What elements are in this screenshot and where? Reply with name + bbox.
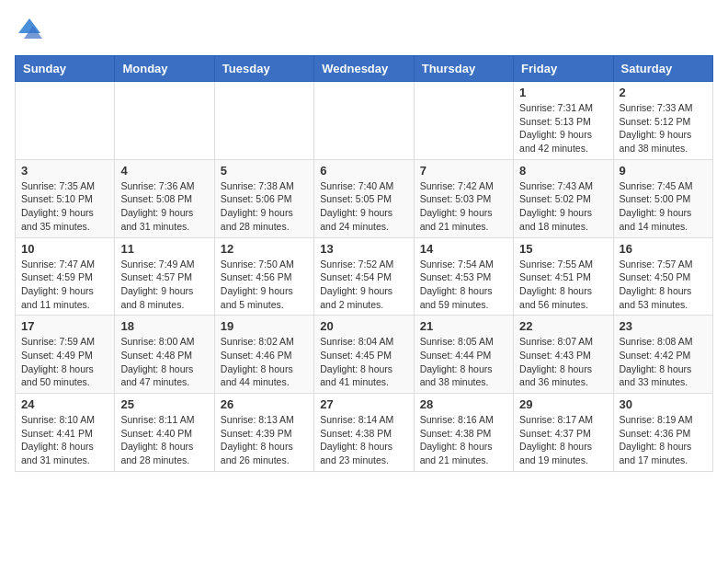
day-info: Sunrise: 7:47 AM Sunset: 4:59 PM Dayligh… xyxy=(21,258,108,312)
calendar-cell: 13Sunrise: 7:52 AM Sunset: 4:54 PM Dayli… xyxy=(314,237,414,316)
calendar-table: SundayMondayTuesdayWednesdayThursdayFrid… xyxy=(15,55,713,472)
day-info: Sunrise: 7:31 AM Sunset: 5:13 PM Dayligh… xyxy=(519,101,607,155)
day-number: 3 xyxy=(21,164,108,178)
weekday-header-tuesday: Tuesday xyxy=(214,56,313,82)
day-info: Sunrise: 7:57 AM Sunset: 4:50 PM Dayligh… xyxy=(620,258,707,312)
weekday-header-friday: Friday xyxy=(514,56,613,82)
calendar-cell: 30Sunrise: 8:19 AM Sunset: 4:36 PM Dayli… xyxy=(613,394,712,472)
day-info: Sunrise: 7:55 AM Sunset: 4:51 PM Dayligh… xyxy=(519,258,607,312)
calendar-week-4: 17Sunrise: 7:59 AM Sunset: 4:49 PM Dayli… xyxy=(16,316,713,394)
svg-marker-0 xyxy=(18,18,40,33)
day-info: Sunrise: 8:07 AM Sunset: 4:43 PM Dayligh… xyxy=(519,335,607,389)
calendar-cell xyxy=(414,82,513,160)
day-info: Sunrise: 8:11 AM Sunset: 4:40 PM Dayligh… xyxy=(120,413,208,467)
weekday-header-wednesday: Wednesday xyxy=(314,56,414,82)
calendar-cell: 26Sunrise: 8:13 AM Sunset: 4:39 PM Dayli… xyxy=(214,394,313,472)
calendar-header: SundayMondayTuesdayWednesdayThursdayFrid… xyxy=(16,56,713,82)
calendar-week-3: 10Sunrise: 7:47 AM Sunset: 4:59 PM Dayli… xyxy=(16,237,713,316)
calendar-cell: 17Sunrise: 7:59 AM Sunset: 4:49 PM Dayli… xyxy=(16,316,115,394)
day-number: 10 xyxy=(21,242,108,256)
day-number: 16 xyxy=(620,242,707,256)
day-number: 27 xyxy=(320,397,407,411)
calendar-cell: 11Sunrise: 7:49 AM Sunset: 4:57 PM Dayli… xyxy=(115,237,214,316)
day-info: Sunrise: 7:52 AM Sunset: 4:54 PM Dayligh… xyxy=(320,258,407,312)
day-number: 28 xyxy=(420,397,507,411)
calendar-cell: 5Sunrise: 7:38 AM Sunset: 5:06 PM Daylig… xyxy=(214,159,313,237)
day-info: Sunrise: 8:16 AM Sunset: 4:38 PM Dayligh… xyxy=(420,413,507,467)
day-number: 14 xyxy=(420,242,507,256)
day-info: Sunrise: 8:04 AM Sunset: 4:45 PM Dayligh… xyxy=(320,335,407,389)
page-header xyxy=(15,15,713,44)
day-number: 26 xyxy=(221,397,308,411)
day-info: Sunrise: 7:40 AM Sunset: 5:05 PM Dayligh… xyxy=(320,179,407,234)
day-number: 21 xyxy=(420,319,507,333)
day-number: 25 xyxy=(120,397,208,411)
day-number: 15 xyxy=(519,242,607,256)
calendar-cell: 1Sunrise: 7:31 AM Sunset: 5:13 PM Daylig… xyxy=(514,82,613,160)
logo-icon xyxy=(15,15,44,44)
calendar-cell: 21Sunrise: 8:05 AM Sunset: 4:44 PM Dayli… xyxy=(414,316,513,394)
day-number: 13 xyxy=(320,242,407,256)
calendar-cell: 9Sunrise: 7:45 AM Sunset: 5:00 PM Daylig… xyxy=(613,159,712,237)
day-number: 11 xyxy=(120,242,208,256)
day-number: 29 xyxy=(519,397,607,411)
day-info: Sunrise: 8:00 AM Sunset: 4:48 PM Dayligh… xyxy=(120,335,208,389)
calendar-week-1: 1Sunrise: 7:31 AM Sunset: 5:13 PM Daylig… xyxy=(16,82,713,160)
day-info: Sunrise: 7:49 AM Sunset: 4:57 PM Dayligh… xyxy=(120,258,208,312)
day-info: Sunrise: 8:08 AM Sunset: 4:42 PM Dayligh… xyxy=(620,335,707,389)
calendar-week-2: 3Sunrise: 7:35 AM Sunset: 5:10 PM Daylig… xyxy=(16,159,713,237)
day-number: 7 xyxy=(420,164,507,178)
day-info: Sunrise: 8:10 AM Sunset: 4:41 PM Dayligh… xyxy=(21,413,108,467)
weekday-header-sunday: Sunday xyxy=(16,56,115,82)
calendar-cell: 4Sunrise: 7:36 AM Sunset: 5:08 PM Daylig… xyxy=(115,159,214,237)
day-number: 19 xyxy=(221,319,308,333)
day-number: 30 xyxy=(620,397,707,411)
calendar-cell: 7Sunrise: 7:42 AM Sunset: 5:03 PM Daylig… xyxy=(414,159,513,237)
calendar-cell: 28Sunrise: 8:16 AM Sunset: 4:38 PM Dayli… xyxy=(414,394,513,472)
calendar-cell: 25Sunrise: 8:11 AM Sunset: 4:40 PM Dayli… xyxy=(115,394,214,472)
day-info: Sunrise: 7:50 AM Sunset: 4:56 PM Dayligh… xyxy=(221,258,308,312)
day-info: Sunrise: 7:35 AM Sunset: 5:10 PM Dayligh… xyxy=(21,179,108,234)
day-number: 22 xyxy=(519,319,607,333)
day-number: 4 xyxy=(120,164,208,178)
day-info: Sunrise: 7:43 AM Sunset: 5:02 PM Dayligh… xyxy=(519,179,607,234)
day-info: Sunrise: 8:02 AM Sunset: 4:46 PM Dayligh… xyxy=(221,335,308,389)
day-info: Sunrise: 7:33 AM Sunset: 5:12 PM Dayligh… xyxy=(620,101,707,155)
day-number: 18 xyxy=(120,319,208,333)
day-number: 12 xyxy=(221,242,308,256)
day-number: 20 xyxy=(320,319,407,333)
day-info: Sunrise: 7:36 AM Sunset: 5:08 PM Dayligh… xyxy=(120,179,208,234)
day-info: Sunrise: 8:05 AM Sunset: 4:44 PM Dayligh… xyxy=(420,335,507,389)
day-number: 24 xyxy=(21,397,108,411)
day-number: 8 xyxy=(519,164,607,178)
calendar-cell xyxy=(214,82,313,160)
weekday-header-saturday: Saturday xyxy=(613,56,712,82)
calendar-body: 1Sunrise: 7:31 AM Sunset: 5:13 PM Daylig… xyxy=(16,82,713,472)
day-info: Sunrise: 8:19 AM Sunset: 4:36 PM Dayligh… xyxy=(620,413,707,467)
calendar-cell: 14Sunrise: 7:54 AM Sunset: 4:53 PM Dayli… xyxy=(414,237,513,316)
calendar-cell xyxy=(314,82,414,160)
calendar-cell xyxy=(115,82,214,160)
weekday-header-thursday: Thursday xyxy=(414,56,513,82)
day-number: 2 xyxy=(620,86,707,99)
day-number: 17 xyxy=(21,319,108,333)
weekday-header-monday: Monday xyxy=(115,56,214,82)
day-info: Sunrise: 8:17 AM Sunset: 4:37 PM Dayligh… xyxy=(519,413,607,467)
day-info: Sunrise: 7:42 AM Sunset: 5:03 PM Dayligh… xyxy=(420,179,507,234)
calendar-cell: 15Sunrise: 7:55 AM Sunset: 4:51 PM Dayli… xyxy=(514,237,613,316)
day-number: 9 xyxy=(620,164,707,178)
day-number: 6 xyxy=(320,164,407,178)
day-info: Sunrise: 7:38 AM Sunset: 5:06 PM Dayligh… xyxy=(221,179,308,234)
calendar-cell: 27Sunrise: 8:14 AM Sunset: 4:38 PM Dayli… xyxy=(314,394,414,472)
calendar-cell: 18Sunrise: 8:00 AM Sunset: 4:48 PM Dayli… xyxy=(115,316,214,394)
calendar-cell: 8Sunrise: 7:43 AM Sunset: 5:02 PM Daylig… xyxy=(514,159,613,237)
calendar-cell: 24Sunrise: 8:10 AM Sunset: 4:41 PM Dayli… xyxy=(16,394,115,472)
calendar-cell: 3Sunrise: 7:35 AM Sunset: 5:10 PM Daylig… xyxy=(16,159,115,237)
day-info: Sunrise: 7:59 AM Sunset: 4:49 PM Dayligh… xyxy=(21,335,108,389)
logo xyxy=(15,15,48,44)
calendar-cell: 10Sunrise: 7:47 AM Sunset: 4:59 PM Dayli… xyxy=(16,237,115,316)
calendar-cell: 12Sunrise: 7:50 AM Sunset: 4:56 PM Dayli… xyxy=(214,237,313,316)
day-info: Sunrise: 8:14 AM Sunset: 4:38 PM Dayligh… xyxy=(320,413,407,467)
day-number: 1 xyxy=(519,86,607,99)
calendar-cell: 16Sunrise: 7:57 AM Sunset: 4:50 PM Dayli… xyxy=(613,237,712,316)
